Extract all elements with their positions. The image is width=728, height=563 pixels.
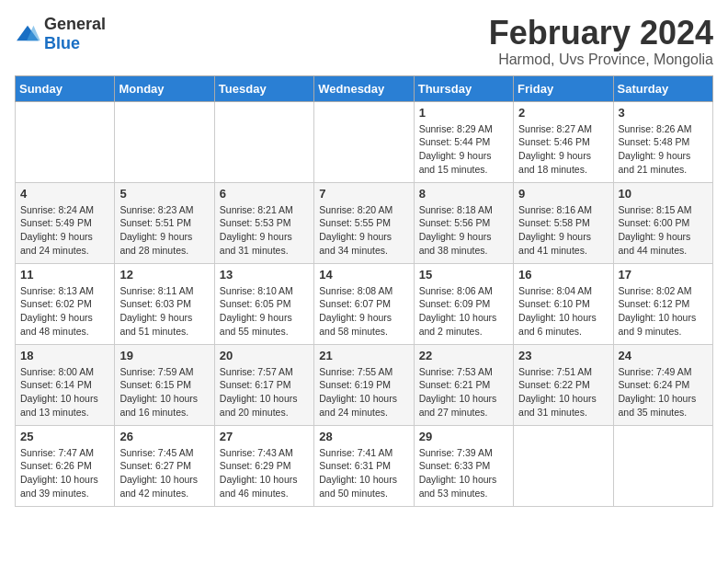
weekday-header-wednesday: Wednesday	[314, 75, 414, 101]
calendar-cell: 11Sunrise: 8:13 AM Sunset: 6:02 PM Dayli…	[16, 263, 115, 344]
logo-text: General Blue	[44, 15, 106, 53]
month-title: February 2024	[489, 15, 713, 52]
calendar-cell: 23Sunrise: 7:51 AM Sunset: 6:22 PM Dayli…	[514, 344, 613, 425]
day-content: Sunrise: 8:00 AM Sunset: 6:14 PM Dayligh…	[20, 365, 109, 419]
day-content: Sunrise: 8:26 AM Sunset: 5:48 PM Dayligh…	[619, 122, 708, 177]
day-content: Sunrise: 8:06 AM Sunset: 6:09 PM Dayligh…	[419, 284, 508, 339]
calendar-cell: 3Sunrise: 8:26 AM Sunset: 5:48 PM Daylig…	[613, 101, 712, 182]
day-content: Sunrise: 8:27 AM Sunset: 5:46 PM Dayligh…	[518, 122, 608, 177]
weekday-header-friday: Friday	[514, 75, 613, 101]
day-number: 14	[319, 268, 408, 282]
day-content: Sunrise: 8:10 AM Sunset: 6:05 PM Dayligh…	[220, 284, 309, 339]
day-content: Sunrise: 8:08 AM Sunset: 6:07 PM Dayligh…	[319, 284, 408, 339]
day-number: 24	[619, 349, 708, 362]
day-number: 3	[619, 106, 708, 120]
calendar-cell: 25Sunrise: 7:47 AM Sunset: 6:26 PM Dayli…	[16, 425, 115, 506]
day-number: 20	[220, 349, 309, 362]
weekday-header-monday: Monday	[115, 75, 214, 101]
day-number: 19	[119, 349, 209, 362]
weekday-header-saturday: Saturday	[613, 75, 712, 101]
calendar-cell	[314, 101, 414, 182]
day-number: 6	[220, 187, 309, 201]
day-number: 4	[20, 187, 109, 201]
weekday-header-sunday: Sunday	[16, 75, 115, 101]
day-number: 26	[119, 430, 209, 443]
day-number: 8	[419, 187, 508, 201]
day-number: 17	[619, 268, 708, 282]
day-number: 10	[619, 187, 708, 201]
calendar-cell: 18Sunrise: 8:00 AM Sunset: 6:14 PM Dayli…	[16, 344, 115, 425]
day-content: Sunrise: 7:47 AM Sunset: 6:26 PM Dayligh…	[20, 446, 109, 500]
day-content: Sunrise: 8:21 AM Sunset: 5:53 PM Dayligh…	[220, 203, 309, 258]
day-content: Sunrise: 7:51 AM Sunset: 6:22 PM Dayligh…	[518, 365, 608, 419]
calendar-week-4: 18Sunrise: 8:00 AM Sunset: 6:14 PM Dayli…	[16, 344, 713, 425]
calendar-cell	[613, 425, 712, 506]
calendar-cell: 26Sunrise: 7:45 AM Sunset: 6:27 PM Dayli…	[115, 425, 214, 506]
day-content: Sunrise: 8:11 AM Sunset: 6:03 PM Dayligh…	[119, 284, 209, 339]
day-number: 9	[518, 187, 608, 201]
calendar-cell: 6Sunrise: 8:21 AM Sunset: 5:53 PM Daylig…	[214, 182, 313, 263]
title-area: February 2024 Harmod, Uvs Province, Mong…	[489, 15, 713, 68]
day-number: 25	[20, 430, 109, 443]
page-header: General Blue February 2024 Harmod, Uvs P…	[15, 15, 713, 68]
day-number: 23	[518, 349, 608, 362]
calendar-cell: 20Sunrise: 7:57 AM Sunset: 6:17 PM Dayli…	[214, 344, 313, 425]
calendar-cell: 13Sunrise: 8:10 AM Sunset: 6:05 PM Dayli…	[214, 263, 313, 344]
calendar-cell	[16, 101, 115, 182]
calendar-cell: 17Sunrise: 8:02 AM Sunset: 6:12 PM Dayli…	[613, 263, 712, 344]
day-content: Sunrise: 7:49 AM Sunset: 6:24 PM Dayligh…	[619, 365, 708, 419]
calendar-cell: 28Sunrise: 7:41 AM Sunset: 6:31 PM Dayli…	[314, 425, 414, 506]
calendar-cell	[514, 425, 613, 506]
calendar-cell: 5Sunrise: 8:23 AM Sunset: 5:51 PM Daylig…	[115, 182, 214, 263]
day-content: Sunrise: 7:43 AM Sunset: 6:29 PM Dayligh…	[220, 446, 309, 500]
calendar-week-5: 25Sunrise: 7:47 AM Sunset: 6:26 PM Dayli…	[16, 425, 713, 506]
day-content: Sunrise: 8:18 AM Sunset: 5:56 PM Dayligh…	[419, 203, 508, 258]
calendar-cell: 8Sunrise: 8:18 AM Sunset: 5:56 PM Daylig…	[414, 182, 513, 263]
calendar-cell: 14Sunrise: 8:08 AM Sunset: 6:07 PM Dayli…	[314, 263, 414, 344]
day-content: Sunrise: 8:20 AM Sunset: 5:55 PM Dayligh…	[319, 203, 408, 258]
day-number: 2	[518, 106, 608, 120]
day-content: Sunrise: 7:45 AM Sunset: 6:27 PM Dayligh…	[119, 446, 209, 500]
logo-blue: Blue	[44, 34, 80, 52]
day-content: Sunrise: 8:04 AM Sunset: 6:10 PM Dayligh…	[518, 284, 608, 339]
day-number: 7	[319, 187, 408, 201]
calendar-cell: 9Sunrise: 8:16 AM Sunset: 5:58 PM Daylig…	[514, 182, 613, 263]
day-number: 5	[119, 187, 209, 201]
day-content: Sunrise: 7:57 AM Sunset: 6:17 PM Dayligh…	[220, 365, 309, 419]
logo-general: General	[44, 15, 106, 33]
logo-icon	[15, 24, 40, 44]
day-number: 15	[419, 268, 508, 282]
day-number: 13	[220, 268, 309, 282]
day-number: 18	[20, 349, 109, 362]
logo: General Blue	[15, 15, 106, 53]
calendar-week-3: 11Sunrise: 8:13 AM Sunset: 6:02 PM Dayli…	[16, 263, 713, 344]
day-number: 21	[319, 349, 408, 362]
calendar-cell: 7Sunrise: 8:20 AM Sunset: 5:55 PM Daylig…	[314, 182, 414, 263]
calendar-week-1: 1Sunrise: 8:29 AM Sunset: 5:44 PM Daylig…	[16, 101, 713, 182]
calendar-body: 1Sunrise: 8:29 AM Sunset: 5:44 PM Daylig…	[16, 101, 713, 506]
day-content: Sunrise: 7:59 AM Sunset: 6:15 PM Dayligh…	[119, 365, 209, 419]
calendar-cell: 2Sunrise: 8:27 AM Sunset: 5:46 PM Daylig…	[514, 101, 613, 182]
day-number: 27	[220, 430, 309, 443]
calendar-cell: 12Sunrise: 8:11 AM Sunset: 6:03 PM Dayli…	[115, 263, 214, 344]
calendar-cell: 16Sunrise: 8:04 AM Sunset: 6:10 PM Dayli…	[514, 263, 613, 344]
calendar-cell: 15Sunrise: 8:06 AM Sunset: 6:09 PM Dayli…	[414, 263, 513, 344]
calendar-cell: 21Sunrise: 7:55 AM Sunset: 6:19 PM Dayli…	[314, 344, 414, 425]
calendar-cell: 1Sunrise: 8:29 AM Sunset: 5:44 PM Daylig…	[414, 101, 513, 182]
day-content: Sunrise: 8:23 AM Sunset: 5:51 PM Dayligh…	[119, 203, 209, 258]
day-number: 22	[419, 349, 508, 362]
calendar-cell: 19Sunrise: 7:59 AM Sunset: 6:15 PM Dayli…	[115, 344, 214, 425]
day-content: Sunrise: 8:24 AM Sunset: 5:49 PM Dayligh…	[20, 203, 109, 258]
day-content: Sunrise: 7:53 AM Sunset: 6:21 PM Dayligh…	[419, 365, 508, 419]
calendar-cell: 27Sunrise: 7:43 AM Sunset: 6:29 PM Dayli…	[214, 425, 313, 506]
day-content: Sunrise: 8:13 AM Sunset: 6:02 PM Dayligh…	[20, 284, 109, 339]
day-content: Sunrise: 7:55 AM Sunset: 6:19 PM Dayligh…	[319, 365, 408, 419]
calendar-cell: 29Sunrise: 7:39 AM Sunset: 6:33 PM Dayli…	[414, 425, 513, 506]
day-content: Sunrise: 8:29 AM Sunset: 5:44 PM Dayligh…	[419, 122, 508, 177]
weekday-header-thursday: Thursday	[414, 75, 513, 101]
calendar-week-2: 4Sunrise: 8:24 AM Sunset: 5:49 PM Daylig…	[16, 182, 713, 263]
day-content: Sunrise: 8:15 AM Sunset: 6:00 PM Dayligh…	[619, 203, 708, 258]
calendar-cell: 24Sunrise: 7:49 AM Sunset: 6:24 PM Dayli…	[613, 344, 712, 425]
day-content: Sunrise: 8:02 AM Sunset: 6:12 PM Dayligh…	[619, 284, 708, 339]
calendar-cell: 10Sunrise: 8:15 AM Sunset: 6:00 PM Dayli…	[613, 182, 712, 263]
